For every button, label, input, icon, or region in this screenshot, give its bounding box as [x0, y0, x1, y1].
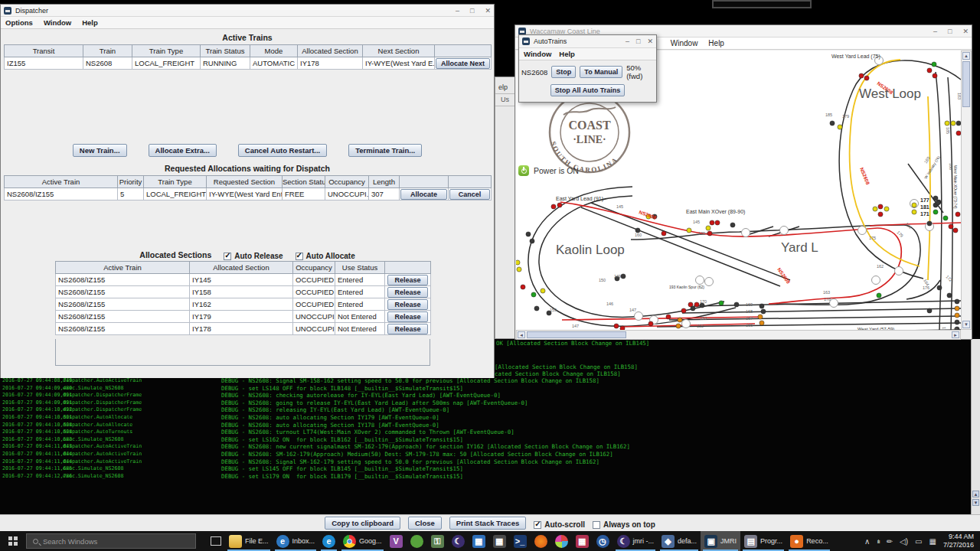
signal-dark-icon[interactable]	[526, 232, 531, 236]
print-stack-traces-button[interactable]: Print Stack Traces	[449, 517, 526, 530]
copy-to-clipboard-button[interactable]: Copy to clipboard	[325, 517, 400, 530]
signal-red-icon[interactable]	[551, 204, 556, 209]
maximize-icon[interactable]: □	[948, 28, 952, 35]
signal-dark-icon[interactable]	[761, 309, 766, 314]
signal-red-icon[interactable]	[648, 321, 653, 326]
taskbar-item-jmri-eclipse[interactable]: ☾jmri -...	[613, 531, 658, 551]
menu-help[interactable]: Help	[708, 39, 724, 47]
signal-orange-icon[interactable]	[760, 321, 764, 325]
signal-orange-icon[interactable]	[955, 313, 959, 318]
menu-help[interactable]: Help	[559, 50, 575, 58]
taskbar-item-calculator[interactable]: ▦	[489, 531, 510, 551]
signal-red-icon[interactable]	[557, 203, 562, 207]
start-button[interactable]	[0, 531, 26, 551]
close-button[interactable]: Close	[408, 517, 442, 530]
signal-dark-icon[interactable]	[730, 223, 735, 227]
allocated-sections-table[interactable]: Active TrainAllocated Section OccupancyU…	[55, 261, 431, 335]
signal-dark-icon[interactable]	[830, 121, 835, 126]
taskbar-item-app4[interactable]: ▦	[469, 531, 489, 551]
minimize-icon[interactable]: –	[456, 7, 459, 15]
turnout-circle[interactable]	[696, 276, 704, 285]
stop-all-auto-trains-button[interactable]: Stop All Auto Trains	[550, 84, 625, 96]
signal-dark-icon[interactable]	[760, 304, 764, 308]
taskbar-item-app1[interactable]: V	[386, 531, 407, 551]
turnout-circle[interactable]	[780, 227, 789, 235]
menu-window[interactable]: Window	[44, 18, 71, 27]
pen-icon[interactable]: ✏	[887, 537, 893, 546]
taskbar-clock[interactable]: 9:44 AM7/27/2016	[943, 533, 974, 549]
taskbar-item-calendar[interactable]: ▦	[572, 531, 593, 551]
stop-button[interactable]: Stop	[551, 66, 576, 78]
to-manual-button[interactable]: To Manual	[580, 66, 622, 78]
signal-dark-icon[interactable]	[933, 196, 938, 201]
taskbar-item-jmri[interactable]: ▣JMRI	[701, 531, 740, 551]
turnout-circle[interactable]	[858, 227, 867, 235]
signal-yellow-icon[interactable]	[541, 289, 545, 293]
signal-green-icon[interactable]	[943, 216, 948, 220]
signal-red-icon[interactable]	[864, 76, 869, 80]
release-button[interactable]: Release	[387, 324, 428, 334]
network-icon[interactable]: ılı	[877, 538, 879, 545]
taskbar-item-media[interactable]	[551, 531, 572, 551]
scroll-left-icon[interactable]: ◄	[518, 331, 525, 338]
table-row[interactable]: NS2608/IZ155IY178UNOCCUPI...Not EnteredR…	[56, 323, 431, 335]
signal-red-icon[interactable]	[694, 302, 699, 307]
allocate-button[interactable]: Allocate	[400, 189, 447, 200]
table-row[interactable]: NS2608/IZ155IY162OCCUPIEDEnteredRelease	[56, 298, 431, 311]
taskbar-item-defa[interactable]: ◆defa...	[658, 531, 701, 551]
taskbar-item-chrome[interactable]: Goog...	[339, 531, 386, 551]
taskbar-item-inbox[interactable]: eInbox...	[273, 531, 319, 551]
speaker-icon[interactable]: ◁)	[900, 537, 908, 546]
auto-allocate-checkbox[interactable]: Auto Allocate	[296, 248, 355, 262]
autotrains-titlebar[interactable]: AutoTrains – □ ✕	[519, 35, 656, 48]
table-row[interactable]: NS2608/IZ155IY179UNOCCUPI...Not EnteredR…	[56, 311, 431, 323]
maximize-icon[interactable]: □	[636, 37, 640, 45]
close-icon[interactable]: ✕	[962, 28, 969, 35]
taskbar-item-app3[interactable]: ⚿	[427, 531, 448, 551]
signal-dark-icon[interactable]	[530, 239, 534, 243]
signal-yellow-icon[interactable]	[517, 267, 521, 272]
chat-icon[interactable]: ▭	[915, 537, 922, 546]
layout-hscrollbar[interactable]: ◄ ►	[516, 330, 961, 340]
signal-green-icon[interactable]	[877, 293, 881, 298]
signal-red-icon[interactable]	[859, 73, 864, 78]
taskbar-item-eclipse[interactable]: ☾	[448, 531, 469, 551]
signal-red-icon[interactable]	[878, 204, 883, 209]
task-view-button[interactable]	[207, 531, 225, 551]
allocate-next-button[interactable]: Allocate Next	[436, 58, 490, 69]
close-icon[interactable]: ✕	[647, 37, 653, 45]
new-train-button[interactable]: New Train...	[73, 144, 127, 157]
signal-red-icon[interactable]	[681, 308, 686, 313]
table-row[interactable]: NS2608/IZ155IY158OCCUPIEDEnteredRelease	[56, 286, 431, 298]
signal-red-icon[interactable]	[710, 220, 714, 225]
signal-yellow-icon[interactable]	[838, 125, 842, 129]
signal-dark-icon[interactable]	[621, 274, 626, 279]
signal-red-icon[interactable]	[927, 68, 932, 73]
dispatcher-titlebar[interactable]: Dispatcher – □ ✕	[1, 5, 494, 17]
signal-red-icon[interactable]	[715, 220, 720, 225]
signal-green-icon[interactable]	[531, 292, 536, 297]
minimize-icon[interactable]: –	[933, 28, 937, 35]
signal-orange-icon[interactable]	[758, 315, 763, 319]
active-trains-table[interactable]: TransitTrain Train TypeTrain Status Mode…	[4, 44, 492, 70]
taskbar-item-firefox[interactable]	[531, 531, 551, 551]
taskbar-item-powershell[interactable]: >_	[510, 531, 531, 551]
signal-yellow-icon[interactable]	[945, 121, 949, 126]
close-icon[interactable]: ✕	[485, 7, 491, 15]
scroll-up-icon[interactable]: ▲	[962, 52, 970, 60]
signal-red-icon[interactable]	[953, 228, 958, 233]
taskbar-item-progr[interactable]: ▤Progr...	[740, 531, 786, 551]
table-row[interactable]: IZ155NS2608 LOCAL_FREIGHTRUNNING AUTOMAT…	[5, 57, 492, 70]
menu-options[interactable]: Options	[5, 18, 33, 27]
taskbar-item-app2[interactable]	[407, 531, 427, 551]
signal-dark-icon[interactable]	[534, 306, 539, 311]
signal-dark-icon[interactable]	[936, 201, 940, 205]
table-row[interactable]: NS2608/IZ155IY145OCCUPIEDEnteredRelease	[56, 274, 431, 286]
taskbar-item-clock-app[interactable]: ◷	[593, 531, 613, 551]
taskbar-item-file-explorer[interactable]: File E...	[225, 531, 273, 551]
signal-red-icon[interactable]	[949, 224, 953, 229]
minimize-icon[interactable]: –	[626, 37, 629, 45]
menu-help[interactable]: Help	[82, 18, 98, 27]
signal-red-icon[interactable]	[956, 212, 960, 217]
signal-green-icon[interactable]	[932, 62, 936, 67]
